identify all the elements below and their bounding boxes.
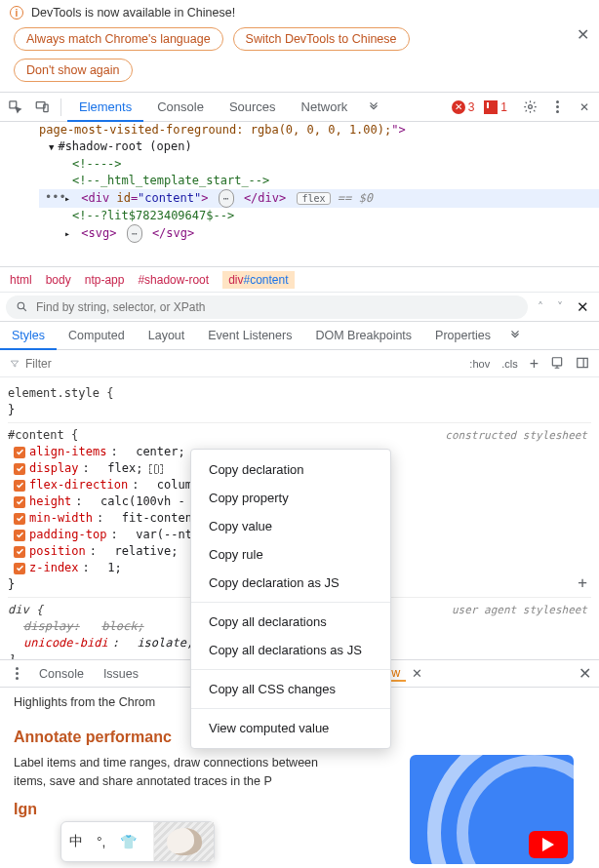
- error-count[interactable]: 3: [468, 100, 475, 114]
- youtube-play-icon[interactable]: [529, 831, 568, 834]
- tab-console[interactable]: Console: [145, 93, 216, 122]
- styles-tabstrip: Styles Computed Layout Event Listeners D…: [0, 321, 599, 350]
- crumb-div-content[interactable]: div#content: [222, 271, 294, 289]
- ctx-copy-declaration-js[interactable]: Copy declaration as JS: [191, 569, 390, 597]
- tab-elements[interactable]: Elements: [67, 93, 143, 122]
- ctx-copy-declaration[interactable]: Copy declaration: [191, 455, 390, 484]
- subtab-properties[interactable]: Properties: [423, 321, 502, 350]
- crumb-body[interactable]: body: [46, 273, 71, 287]
- more-subtabs-icon[interactable]: [502, 321, 528, 350]
- breadcrumb: html body ntp-app #shadow-root div#conte…: [0, 266, 599, 292]
- ctx-copy-value[interactable]: Copy value: [191, 512, 390, 540]
- dom-tree[interactable]: page-most-visited-foreground: rgba(0, 0,…: [0, 122, 599, 266]
- dont-show-again-button[interactable]: Don't show again: [14, 59, 133, 82]
- ctx-view-computed-value[interactable]: View computed value: [191, 714, 390, 742]
- subtab-computed[interactable]: Computed: [57, 321, 137, 350]
- settings-icon[interactable]: [517, 96, 542, 119]
- checkbox-icon[interactable]: [14, 530, 25, 541]
- tab-network[interactable]: Network: [290, 93, 360, 122]
- subtab-dom-breakpoints[interactable]: DOM Breakpoints: [303, 321, 423, 350]
- ime-emoji-button[interactable]: 👕: [120, 834, 137, 849]
- language-infobar: i DevTools is now available in Chinese! …: [0, 0, 599, 93]
- comment-node: <!--_html_template_start_-->: [39, 173, 599, 189]
- checkbox-icon[interactable]: [14, 563, 25, 574]
- issues-count[interactable]: 1: [500, 100, 507, 114]
- add-declaration-icon[interactable]: +: [578, 574, 587, 591]
- more-tabs-icon[interactable]: [361, 96, 386, 119]
- rule-selector[interactable]: element.style {: [8, 385, 591, 402]
- whatsnew-article-body: Label items and time ranges, draw connec…: [14, 754, 326, 791]
- search-prev-icon[interactable]: ˄: [534, 298, 547, 316]
- checkbox-icon[interactable]: [14, 480, 25, 492]
- crumb-ntp-app[interactable]: ntp-app: [85, 273, 125, 287]
- drawer-tab-console[interactable]: Console: [29, 660, 94, 688]
- checkbox-icon[interactable]: [14, 546, 25, 558]
- ctx-copy-all-declarations[interactable]: Copy all declarations: [191, 608, 390, 636]
- expand-marker[interactable]: ⋯: [219, 189, 234, 208]
- toggle-sidebar-icon[interactable]: [570, 356, 595, 372]
- new-rule-icon[interactable]: +: [524, 355, 544, 373]
- ctx-copy-rule[interactable]: Copy rule: [191, 540, 390, 569]
- infobar-title: DevTools is now available in Chinese!: [31, 6, 235, 20]
- comment-node: <!---->: [39, 156, 599, 173]
- svg-point-4: [18, 302, 24, 309]
- expand-marker[interactable]: ⋯: [127, 224, 142, 243]
- checkbox-icon[interactable]: [14, 463, 25, 475]
- tab-sources[interactable]: Sources: [218, 93, 288, 122]
- svg-rect-5: [552, 357, 561, 365]
- close-tab-icon[interactable]: ✕: [412, 666, 422, 681]
- crumb-html[interactable]: html: [10, 273, 32, 287]
- filter-icon: [10, 359, 20, 369]
- main-toolbar: Elements Console Sources Network ✕ 3 1 ✕: [0, 93, 599, 122]
- ctx-copy-all-declarations-js[interactable]: Copy all declarations as JS: [191, 636, 390, 664]
- error-icon[interactable]: ✕: [452, 100, 465, 114]
- ime-punct-button[interactable]: °,: [97, 834, 106, 849]
- device-icon[interactable]: [544, 356, 570, 372]
- styles-filter-bar: :hov .cls +: [0, 350, 599, 377]
- dom-search-bar: ˄ ˅ ✕: [0, 292, 599, 321]
- crumb-shadow-root[interactable]: #shadow-root: [138, 273, 209, 287]
- ime-thumbnail[interactable]: [153, 822, 214, 861]
- selected-indicator: == $0: [338, 191, 373, 205]
- hov-toggle[interactable]: :hov: [463, 358, 496, 370]
- comment-node: <!--?lit$7823409647$-->: [39, 208, 599, 224]
- svg-point-3: [528, 105, 532, 109]
- subtab-event-listeners[interactable]: Event Listeners: [196, 321, 303, 350]
- stylesheet-origin: user agent stylesheet: [452, 602, 587, 618]
- cls-toggle[interactable]: .cls: [496, 358, 524, 370]
- ctx-copy-all-css-changes[interactable]: Copy all CSS changes: [191, 675, 390, 703]
- search-input[interactable]: [36, 300, 518, 314]
- checkbox-icon[interactable]: [14, 447, 25, 458]
- drawer-kebab-icon[interactable]: [4, 662, 29, 686]
- promo-video-thumbnail[interactable]: [410, 755, 574, 834]
- close-devtools-icon[interactable]: ✕: [572, 96, 597, 119]
- match-language-button[interactable]: Always match Chrome's language: [14, 27, 223, 51]
- subtab-layout[interactable]: Layout: [137, 321, 197, 350]
- close-drawer-icon[interactable]: ✕: [579, 664, 591, 683]
- drawer-tab-issues[interactable]: Issues: [94, 660, 148, 688]
- inspect-icon[interactable]: [2, 96, 27, 119]
- filter-input[interactable]: [25, 357, 463, 371]
- shadow-root[interactable]: #shadow-root (open): [58, 139, 191, 153]
- flex-editor-icon[interactable]: [149, 464, 163, 474]
- context-menu: Copy declaration Copy property Copy valu…: [190, 449, 391, 749]
- search-icon: [16, 300, 28, 313]
- device-toggle-icon[interactable]: [29, 96, 55, 119]
- line-actions-icon[interactable]: •••: [45, 189, 66, 206]
- flex-badge[interactable]: flex: [297, 192, 330, 205]
- stylesheet-origin[interactable]: constructed stylesheet: [445, 427, 587, 444]
- svg-rect-6: [578, 358, 588, 367]
- switch-language-button[interactable]: Switch DevTools to Chinese: [233, 27, 410, 51]
- search-next-icon[interactable]: ˅: [553, 298, 567, 316]
- checkbox-icon[interactable]: [14, 496, 25, 508]
- close-icon[interactable]: ✕: [577, 25, 589, 44]
- issues-icon[interactable]: [484, 100, 498, 114]
- ime-toolbar[interactable]: 中 °, 👕: [60, 821, 215, 862]
- subtab-styles[interactable]: Styles: [0, 321, 57, 350]
- info-icon: i: [10, 6, 23, 20]
- ctx-copy-property[interactable]: Copy property: [191, 484, 390, 512]
- ime-lang-button[interactable]: 中: [69, 833, 83, 850]
- checkbox-icon[interactable]: [14, 513, 25, 525]
- kebab-menu-icon[interactable]: [544, 96, 570, 119]
- search-close-icon[interactable]: ✕: [573, 296, 593, 318]
